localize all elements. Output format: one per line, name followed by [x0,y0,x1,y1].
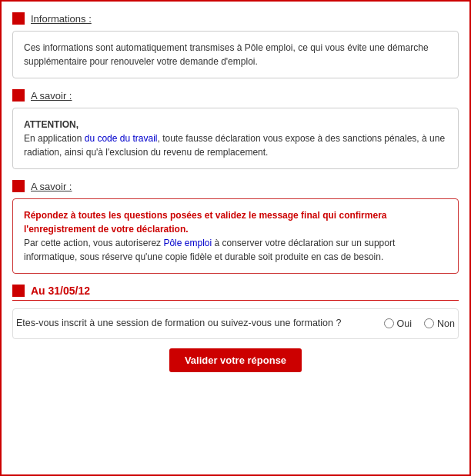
section-a-savoir-1-text: ATTENTION, En application du code du tra… [24,118,447,159]
section-a-savoir-2-text: Répondez à toutes les questions posées e… [24,208,447,264]
page-container: Informations : Ces informations sont aut… [0,0,471,476]
section-a-savoir-1-box: ATTENTION, En application du code du tra… [12,108,459,169]
button-container: Valider votre réponse [12,348,459,372]
section-informations-text: Ces informations sont automatiquement tr… [24,41,447,68]
question-area: Etes-vous inscrit à une session de forma… [12,308,459,339]
red-square-icon-4 [12,285,25,297]
section-a-savoir-2-header: A savoir : [12,180,459,192]
a-savoir-2-body: Par cette action, vous autoriserez Pôle … [24,238,395,262]
red-square-icon-2 [12,89,25,102]
radio-non-text: Non [437,318,455,329]
red-bold-text: Répondez à toutes les questions posées e… [24,210,386,235]
radio-non[interactable] [424,318,434,328]
radio-oui-text: Oui [397,318,412,329]
section-a-savoir-2: A savoir : Répondez à toutes les questio… [12,180,459,274]
section-a-savoir-1-header: A savoir : [12,89,459,102]
date-header: Au 31/05/12 [12,285,459,301]
section-a-savoir-1-title: A savoir : [31,90,72,102]
section-a-savoir-2-title: A savoir : [31,181,72,192]
radio-oui-label[interactable]: Oui [384,318,412,329]
section-a-savoir-2-box: Répondez à toutes les questions posées e… [12,198,459,274]
radio-oui[interactable] [384,318,394,328]
a-savoir-1-body: En application du code du travail, toute… [24,133,445,158]
red-square-icon-3 [12,180,25,192]
radio-group: Oui Non [384,318,455,329]
question-row: Etes-vous inscrit à une session de forma… [16,317,455,331]
section-informations-title: Informations : [31,13,92,25]
date-section: Au 31/05/12 [12,285,459,301]
radio-non-label[interactable]: Non [424,318,455,329]
date-label: Au 31/05/12 [31,285,90,297]
section-a-savoir-1: A savoir : ATTENTION, En application du … [12,89,459,169]
red-square-icon [12,12,25,25]
attention-label: ATTENTION, [24,119,78,130]
section-informations-header: Informations : [12,12,459,25]
question-text: Etes-vous inscrit à une session de forma… [16,317,384,331]
section-informations-box: Ces informations sont automatiquement tr… [12,31,459,78]
section-informations: Informations : Ces informations sont aut… [12,12,459,78]
validate-button[interactable]: Valider votre réponse [169,348,302,372]
